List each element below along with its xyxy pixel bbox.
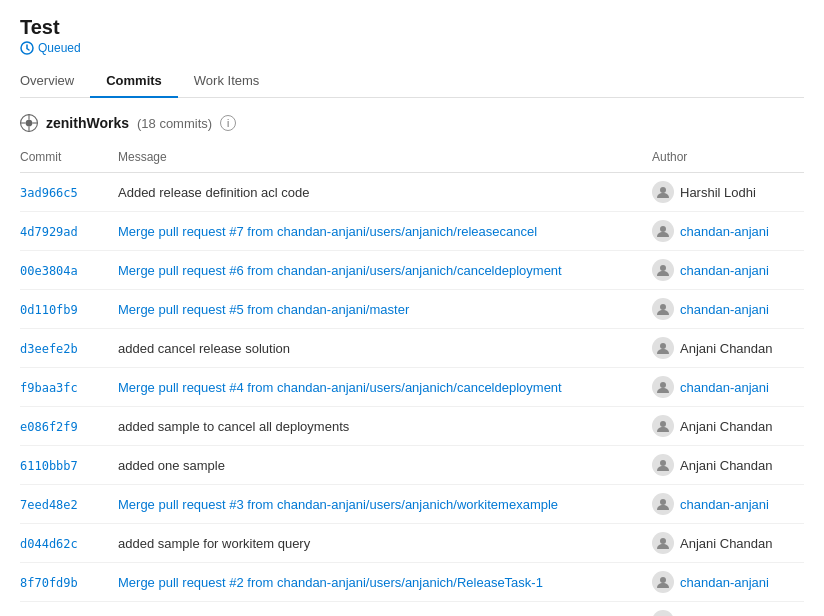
commit-hash-cell: 3ad966c5 — [20, 173, 110, 212]
commit-hash[interactable]: f9baa3fc — [20, 381, 78, 395]
commit-message-cell: Merge pull request #2 from chandan-anjan… — [110, 563, 644, 602]
author-name: Anjani Chandan — [680, 458, 773, 473]
commit-message-cell: added one sample — [110, 446, 644, 485]
commit-author-cell: Anjani Chandan — [644, 602, 804, 617]
commit-author-cell: Anjani Chandan — [644, 446, 804, 485]
repo-icon — [20, 114, 38, 132]
commit-hash[interactable]: 8f70fd9b — [20, 576, 78, 590]
author-name: Anjani Chandan — [680, 419, 773, 434]
commit-message-cell: added sample for workitem query — [110, 524, 644, 563]
repo-name[interactable]: zenithWorks — [46, 115, 129, 131]
commit-hash-cell: d044d62c — [20, 524, 110, 563]
table-row: f9baa3fcMerge pull request #4 from chand… — [20, 368, 804, 407]
commit-message[interactable]: Merge pull request #5 from chandan-anjan… — [118, 302, 409, 317]
status-badge[interactable]: Queued — [20, 41, 81, 55]
svg-point-12 — [660, 382, 666, 388]
repo-header: zenithWorks (18 commits) i — [20, 114, 804, 132]
avatar — [652, 415, 674, 437]
svg-point-11 — [660, 343, 666, 349]
commits-table: Commit Message Author 3ad966c5Added rele… — [20, 144, 804, 616]
avatar — [652, 571, 674, 593]
commit-hash-cell: a98ee510 — [20, 602, 110, 617]
commit-message[interactable]: Merge pull request #7 from chandan-anjan… — [118, 224, 537, 239]
commit-hash[interactable]: 6110bbb7 — [20, 459, 78, 473]
avatar — [652, 493, 674, 515]
commit-message-cell: Added sample for ReleaseTask — [110, 602, 644, 617]
author-name[interactable]: chandan-anjani — [680, 380, 769, 395]
commit-hash-cell: e086f2f9 — [20, 407, 110, 446]
author-name[interactable]: chandan-anjani — [680, 575, 769, 590]
avatar — [652, 298, 674, 320]
commit-hash-cell: 7eed48e2 — [20, 485, 110, 524]
svg-point-9 — [660, 265, 666, 271]
commit-message-cell: Merge pull request #3 from chandan-anjan… — [110, 485, 644, 524]
table-row: 4d7929adMerge pull request #7 from chand… — [20, 212, 804, 251]
author-name: Anjani Chandan — [680, 536, 773, 551]
author-name[interactable]: chandan-anjani — [680, 497, 769, 512]
commit-hash-cell: 6110bbb7 — [20, 446, 110, 485]
table-row: e086f2f9added sample to cancel all deplo… — [20, 407, 804, 446]
tab-commits[interactable]: Commits — [90, 65, 178, 98]
commit-count: (18 commits) — [137, 116, 212, 131]
commit-message[interactable]: Merge pull request #2 from chandan-anjan… — [118, 575, 543, 590]
tab-overview[interactable]: Overview — [20, 65, 90, 98]
svg-point-10 — [660, 304, 666, 310]
queued-icon — [20, 41, 34, 55]
commit-hash[interactable]: 00e3804a — [20, 264, 78, 278]
commit-hash[interactable]: 3ad966c5 — [20, 186, 78, 200]
commit-message-cell: added sample to cancel all deployments — [110, 407, 644, 446]
commit-hash[interactable]: 4d7929ad — [20, 225, 78, 239]
commit-hash[interactable]: d044d62c — [20, 537, 78, 551]
commit-message-cell: Merge pull request #7 from chandan-anjan… — [110, 212, 644, 251]
author-name: Harshil Lodhi — [680, 185, 756, 200]
table-row: 6110bbb7added one sample Anjani Chandan — [20, 446, 804, 485]
commit-message: added cancel release solution — [118, 341, 290, 356]
table-row: 0d110fb9Merge pull request #5 from chand… — [20, 290, 804, 329]
commit-message[interactable]: Merge pull request #3 from chandan-anjan… — [118, 497, 558, 512]
author-name[interactable]: chandan-anjani — [680, 263, 769, 278]
info-icon[interactable]: i — [220, 115, 236, 131]
commit-hash[interactable]: 7eed48e2 — [20, 498, 78, 512]
table-row: 8f70fd9bMerge pull request #2 from chand… — [20, 563, 804, 602]
svg-point-17 — [660, 577, 666, 583]
status-label: Queued — [38, 41, 81, 55]
author-name[interactable]: chandan-anjani — [680, 224, 769, 239]
commit-message: added one sample — [118, 458, 225, 473]
commit-hash[interactable]: d3eefe2b — [20, 342, 78, 356]
commit-message[interactable]: Merge pull request #4 from chandan-anjan… — [118, 380, 562, 395]
avatar — [652, 337, 674, 359]
commit-message[interactable]: Merge pull request #6 from chandan-anjan… — [118, 263, 562, 278]
avatar — [652, 454, 674, 476]
table-header-row: Commit Message Author — [20, 144, 804, 173]
commit-author-cell: chandan-anjani — [644, 368, 804, 407]
svg-point-2 — [26, 120, 33, 127]
commit-hash-cell: 8f70fd9b — [20, 563, 110, 602]
commit-hash[interactable]: e086f2f9 — [20, 420, 78, 434]
col-header-commit: Commit — [20, 144, 110, 173]
commit-message-cell: Merge pull request #4 from chandan-anjan… — [110, 368, 644, 407]
svg-point-8 — [660, 226, 666, 232]
svg-point-13 — [660, 421, 666, 427]
avatar — [652, 220, 674, 242]
table-row: d3eefe2badded cancel release solution An… — [20, 329, 804, 368]
commit-author-cell: Anjani Chandan — [644, 524, 804, 563]
svg-point-7 — [660, 187, 666, 193]
svg-point-15 — [660, 499, 666, 505]
table-row: 7eed48e2Merge pull request #3 from chand… — [20, 485, 804, 524]
commit-hash[interactable]: 0d110fb9 — [20, 303, 78, 317]
author-name[interactable]: chandan-anjani — [680, 302, 769, 317]
commit-message-cell: Merge pull request #5 from chandan-anjan… — [110, 290, 644, 329]
commit-hash-cell: d3eefe2b — [20, 329, 110, 368]
table-row: 3ad966c5Added release definition acl cod… — [20, 173, 804, 212]
commit-author-cell: chandan-anjani — [644, 485, 804, 524]
commit-author-cell: chandan-anjani — [644, 251, 804, 290]
commit-hash-cell: f9baa3fc — [20, 368, 110, 407]
table-row: a98ee510Added sample for ReleaseTask Anj… — [20, 602, 804, 617]
avatar — [652, 532, 674, 554]
commit-author-cell: chandan-anjani — [644, 212, 804, 251]
tab-workitems[interactable]: Work Items — [178, 65, 276, 98]
col-header-author: Author — [644, 144, 804, 173]
commit-author-cell: Anjani Chandan — [644, 407, 804, 446]
avatar — [652, 181, 674, 203]
commit-message-cell: Merge pull request #6 from chandan-anjan… — [110, 251, 644, 290]
